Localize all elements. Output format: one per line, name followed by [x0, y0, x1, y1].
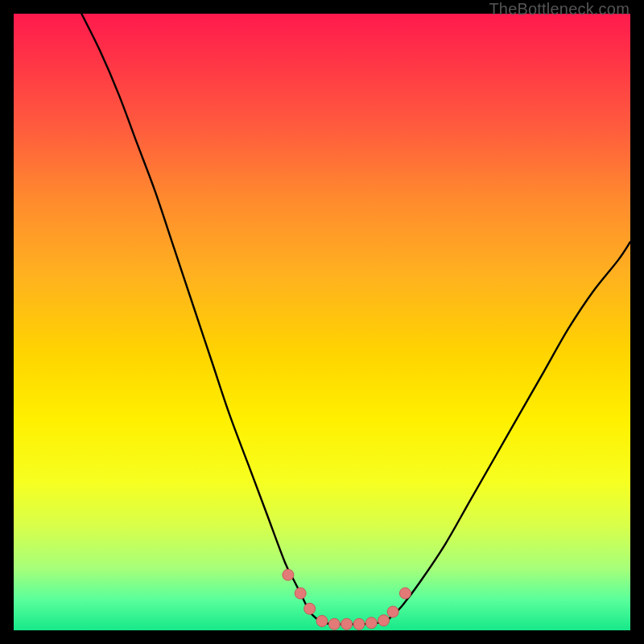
valley-dot — [341, 618, 353, 630]
curve-group — [81, 14, 630, 630]
chart-plot-area — [14, 14, 630, 630]
valley-dot — [316, 616, 328, 627]
valley-dot — [295, 588, 306, 599]
chart-svg — [14, 14, 630, 630]
valley-dot — [399, 588, 411, 599]
valley-dot — [328, 618, 340, 630]
valley-dot — [387, 606, 398, 617]
bottleneck-curve — [81, 14, 630, 624]
chart-frame: TheBottleneck.com — [0, 0, 644, 644]
valley-markers — [283, 569, 411, 630]
valley-dot — [304, 603, 316, 614]
watermark-text: TheBottleneck.com — [489, 0, 630, 19]
valley-dot — [378, 615, 390, 626]
valley-dot — [283, 569, 294, 580]
valley-dot — [365, 617, 377, 629]
valley-dot — [353, 618, 365, 630]
